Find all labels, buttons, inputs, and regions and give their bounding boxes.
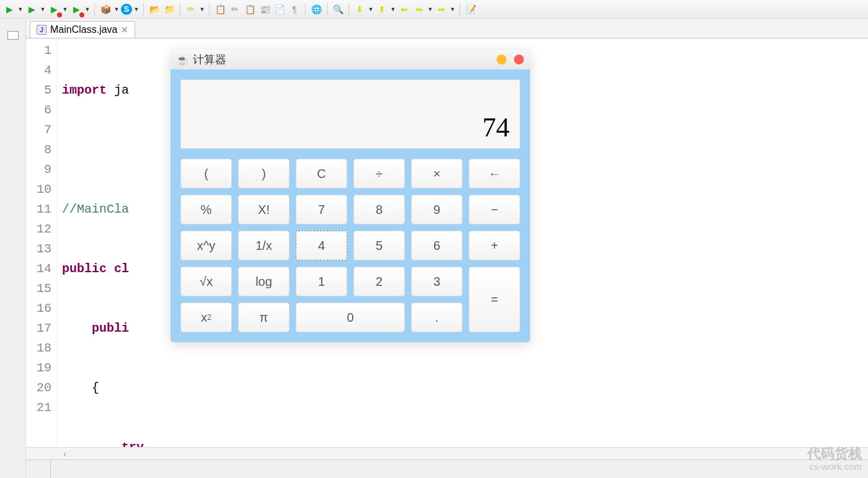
decimal-button[interactable]: . (411, 303, 463, 332)
back-yellow-icon[interactable]: ⬅ (397, 2, 411, 16)
dropdown-arrow[interactable]: ▼ (62, 6, 68, 12)
watermark-main: 代码货栈 (807, 446, 862, 461)
seven-button[interactable]: 7 (296, 195, 347, 224)
java-app-icon: ☕ (177, 54, 188, 65)
paste-icon[interactable]: 📋 (243, 2, 257, 16)
reciprocal-button[interactable]: 1/x (238, 231, 290, 260)
edit-page-icon[interactable]: 📝 (464, 2, 477, 16)
dropdown-arrow[interactable]: ▼ (133, 6, 140, 12)
up-arrow-icon[interactable]: ⬆ (375, 2, 389, 16)
two-button[interactable]: 2 (353, 267, 405, 296)
edit-icon[interactable]: ✏ (228, 2, 242, 16)
divide-button[interactable]: ÷ (353, 159, 405, 188)
line-number: 14 (29, 259, 51, 279)
line-number: 15 (29, 279, 51, 299)
run-icon[interactable]: ▶ (25, 2, 38, 16)
multiply-button[interactable]: × (411, 159, 463, 188)
pilcrow-icon[interactable]: ¶ (288, 2, 301, 16)
folder-icon[interactable]: 📁 (162, 2, 176, 16)
sqrt-button[interactable]: √x (180, 267, 232, 296)
globe-icon[interactable]: 🌐 (309, 2, 323, 16)
line-gutter: 1 4 5 6 7 8 9 10 11 12 13 14 15 16 17 18… (26, 38, 57, 447)
dropdown-arrow[interactable]: ▼ (427, 6, 433, 12)
line-number: 6 (29, 100, 51, 120)
back-icon[interactable]: ⬅ (412, 2, 426, 16)
down-arrow-icon[interactable]: ⬇ (353, 2, 366, 16)
status-left-box (26, 460, 51, 478)
nine-button[interactable]: 9 (411, 195, 463, 224)
line-number: 16 (29, 299, 51, 319)
five-button[interactable]: 5 (353, 231, 405, 260)
skype-icon[interactable]: S (121, 4, 132, 15)
clipboard-icon[interactable]: 📋 (213, 2, 227, 16)
close-tab-icon[interactable]: ✕ (121, 25, 128, 35)
calculator-keypad: ( ) C ÷ × ← % X! 7 8 9 − x^y 1/x 4 5 6 +… (180, 159, 520, 332)
dropdown-arrow[interactable]: ▼ (450, 6, 456, 12)
square-button[interactable]: x2 (180, 303, 232, 332)
log-button[interactable]: log (238, 267, 290, 296)
line-number: 12 (29, 219, 51, 239)
line-number: 5 (29, 81, 51, 100)
scroll-left-icon[interactable]: ‹ (63, 449, 66, 459)
minus-button[interactable]: − (469, 195, 520, 224)
close-window-icon[interactable] (514, 55, 524, 64)
dropdown-arrow[interactable]: ▼ (17, 6, 24, 12)
forward-icon[interactable]: ➡ (435, 2, 448, 16)
line-number: 1 (29, 41, 51, 61)
equals-button[interactable]: = (469, 267, 520, 332)
horizontal-scrollbar[interactable]: ‹ (26, 447, 868, 459)
editor-tab[interactable]: J MainClass.java ✕ (30, 21, 135, 38)
folder-open-icon[interactable]: 📂 (148, 2, 161, 16)
rparen-button[interactable]: ) (238, 159, 290, 188)
run-red-icon[interactable]: ▶ (47, 2, 61, 16)
power-button[interactable]: x^y (180, 231, 232, 260)
watermark-sub: cs-work.com (807, 462, 862, 472)
page-icon[interactable]: 📄 (273, 2, 286, 16)
minimize-window-icon[interactable] (497, 55, 507, 64)
dropdown-arrow[interactable]: ▼ (84, 6, 91, 12)
line-number: 19 (29, 358, 51, 378)
line-number: 21 (29, 398, 51, 418)
line-number: 8 (29, 140, 51, 160)
tab-label: MainClass.java (50, 24, 117, 35)
dropdown-arrow[interactable]: ▼ (368, 6, 374, 12)
eight-button[interactable]: 8 (353, 195, 405, 224)
backspace-button[interactable]: ← (469, 159, 520, 188)
dropdown-arrow[interactable]: ▼ (40, 6, 46, 12)
minimize-view-icon[interactable] (7, 31, 19, 40)
factorial-button[interactable]: X! (238, 195, 290, 224)
line-number: 7 (29, 120, 51, 140)
line-number: 10 (29, 180, 51, 200)
run-icon[interactable]: ▶ (2, 2, 16, 16)
dropdown-arrow[interactable]: ▼ (390, 6, 396, 12)
calculator-titlebar[interactable]: ☕ 计算器 (170, 50, 530, 69)
package-icon[interactable]: 📦 (99, 2, 112, 16)
clear-button[interactable]: C (296, 159, 347, 188)
pi-button[interactable]: π (238, 303, 290, 332)
six-button[interactable]: 6 (411, 231, 463, 260)
zero-button[interactable]: 0 (296, 303, 405, 332)
percent-button[interactable]: % (180, 195, 232, 224)
calculator-display: 74 (180, 79, 520, 149)
plus-button[interactable]: + (469, 231, 520, 260)
search-icon[interactable]: 🔍 (331, 2, 345, 16)
three-button[interactable]: 3 (411, 267, 463, 296)
line-number: 11 (29, 200, 51, 219)
line-number: 17 (29, 319, 51, 339)
calculator-body: 74 ( ) C ÷ × ← % X! 7 8 9 − x^y 1/x 4 5 … (170, 69, 530, 342)
dropdown-arrow[interactable]: ▼ (199, 6, 205, 12)
lparen-button[interactable]: ( (180, 159, 232, 188)
line-number: 18 (29, 339, 51, 358)
four-button[interactable]: 4 (296, 231, 347, 260)
dropdown-arrow[interactable]: ▼ (113, 6, 120, 12)
left-margin (0, 19, 26, 478)
form-icon[interactable]: 📰 (258, 2, 272, 16)
watermark: 代码货栈 cs-work.com (807, 446, 862, 472)
one-button[interactable]: 1 (296, 267, 347, 296)
line-number: 9 (29, 160, 51, 180)
tab-bar: J MainClass.java ✕ (26, 19, 868, 38)
main-toolbar: ▶ ▼ ▶ ▼ ▶ ▼ ▶ ▼ 📦 ▼ S ▼ 📂 📁 ✏ ▼ 📋 ✏ 📋 📰 … (0, 0, 868, 19)
run-red-icon[interactable]: ▶ (69, 2, 83, 16)
highlight-icon[interactable]: ✏ (184, 2, 198, 16)
status-bar (26, 459, 868, 478)
